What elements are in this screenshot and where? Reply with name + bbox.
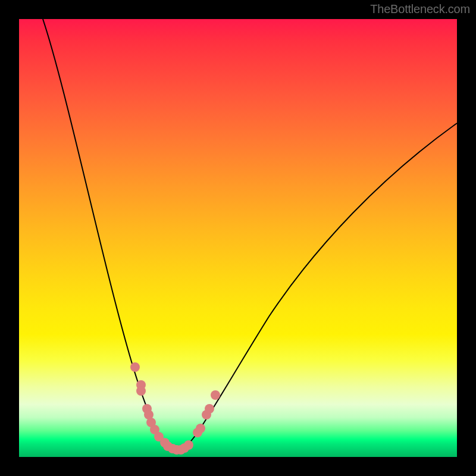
outer-frame: TheBottleneck.com: [0, 0, 476, 476]
data-dot: [184, 440, 193, 450]
data-dot: [136, 386, 146, 396]
plot-area: [19, 19, 457, 457]
watermark-text: TheBottleneck.com: [370, 2, 470, 16]
bottleneck-curve-left: [43, 19, 177, 452]
data-dot: [205, 404, 214, 414]
data-dot: [130, 362, 140, 372]
chart-svg: [19, 19, 457, 457]
bottleneck-curve-right: [177, 123, 457, 452]
data-dot: [196, 424, 205, 433]
data-dot: [211, 390, 220, 400]
